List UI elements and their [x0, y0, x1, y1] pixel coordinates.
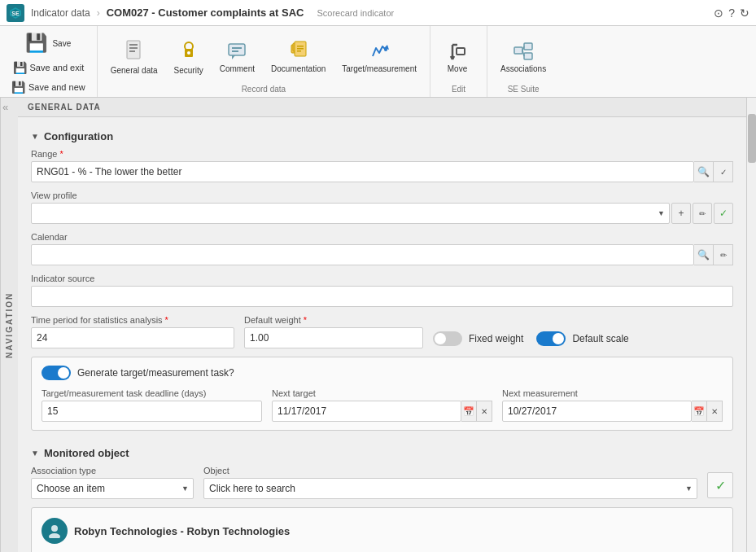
calendar-edit-btn[interactable]: ✏: [714, 244, 733, 265]
next-target-wrapper: 📅 ✕: [272, 401, 492, 422]
general-data-button[interactable]: General data: [104, 35, 164, 78]
save-exit-button[interactable]: 💾 Save and exit: [8, 59, 90, 77]
save-exit-icon: 💾: [13, 61, 27, 74]
title-bar: SE Indicator data › COM027 - Customer co…: [0, 0, 756, 26]
next-target-calendar-btn[interactable]: 📅: [461, 401, 477, 422]
content-scroll: ▼ Configuration Range * 🔍 ✓: [18, 117, 746, 552]
view-profile-add-btn[interactable]: +: [671, 203, 691, 224]
save-new-label: Save and new: [28, 82, 85, 92]
section-header: GENERAL DATA: [18, 98, 746, 117]
next-target-label: Next target: [272, 388, 492, 398]
range-search-btn[interactable]: 🔍: [694, 161, 714, 182]
svg-rect-17: [297, 46, 304, 47]
configuration-section: ▼ Configuration Range * 🔍 ✓: [31, 127, 733, 431]
object-avatar: [42, 518, 68, 544]
fixed-weight-toggle[interactable]: [433, 331, 462, 346]
monitored-arrow-icon: ▼: [31, 449, 39, 458]
generate-task-label: Generate target/measurement task?: [77, 367, 234, 379]
task-box-fields: Target/measurement task deadline (days) …: [42, 388, 723, 422]
associations-button[interactable]: Associations: [494, 37, 553, 77]
navigation-sidebar[interactable]: NAVIGATION: [0, 98, 18, 552]
comment-button[interactable]: Comment: [213, 37, 261, 77]
save-button[interactable]: 💾 Save: [20, 29, 76, 57]
task-deadline-field: Target/measurement task deadline (days): [42, 388, 262, 422]
record-data-group-label: Record data: [104, 83, 423, 94]
object-wrapper: Click here to search: [203, 478, 697, 499]
svg-rect-5: [129, 47, 138, 49]
next-measurement-clear-btn[interactable]: ✕: [707, 401, 723, 422]
calendar-search-btn[interactable]: 🔍: [694, 244, 714, 265]
indicator-source-field: Indicator source: [31, 274, 733, 307]
scrollbar-thumb[interactable]: [748, 114, 756, 163]
help-icon[interactable]: ?: [728, 7, 735, 20]
default-weight-input[interactable]: [244, 327, 423, 348]
association-type-field: Association type Choose an item: [31, 466, 194, 499]
generate-task-toggle[interactable]: [42, 366, 71, 380]
object-card-header: Robyn Technologies - Robyn Technologies: [42, 518, 723, 544]
scrollbar[interactable]: [746, 98, 756, 552]
svg-rect-29: [524, 53, 532, 59]
view-profile-select[interactable]: [31, 203, 670, 224]
default-scale-label: Default scale: [572, 333, 628, 344]
monitored-object-section: ▼ Monitored object Association type Choo…: [31, 444, 733, 552]
svg-rect-19: [297, 50, 301, 52]
svg-point-33: [49, 533, 60, 538]
svg-point-9: [187, 51, 190, 55]
object-search-row: Association type Choose an item Object C…: [31, 466, 733, 499]
configuration-title[interactable]: ▼ Configuration: [31, 127, 733, 149]
bookmark-icon[interactable]: ⊙: [714, 7, 723, 20]
view-profile-check-btn[interactable]: ✓: [714, 203, 733, 224]
edit-group-label: Edit: [437, 83, 480, 94]
security-icon: [177, 38, 200, 66]
calendar-input[interactable]: [31, 244, 694, 265]
target-measurement-button[interactable]: Target/measurement: [335, 37, 423, 77]
calendar-field: Calendar 🔍 ✏: [31, 232, 733, 265]
object-card: Robyn Technologies - Robyn Technologies …: [31, 507, 733, 552]
range-edit-btn[interactable]: ✓: [714, 161, 733, 182]
app-logo: SE: [7, 4, 24, 22]
next-target-clear-btn[interactable]: ✕: [477, 401, 492, 422]
object-field: Object Click here to search: [203, 466, 697, 499]
next-measurement-input[interactable]: [502, 401, 692, 422]
svg-text:SE: SE: [11, 11, 20, 16]
view-profile-edit-btn[interactable]: ✏: [693, 203, 712, 224]
task-box-header: Generate target/measurement task?: [42, 366, 723, 380]
stats-row: Time period for statistics analysis * De…: [31, 315, 733, 348]
range-label: Range *: [31, 149, 733, 159]
nav-label: NAVIGATION: [5, 291, 14, 357]
save-new-button[interactable]: 💾 Save and new: [7, 78, 90, 96]
next-measurement-wrapper: 📅 ✕: [502, 401, 723, 422]
time-period-input[interactable]: [31, 327, 234, 348]
next-measurement-label: Next measurement: [502, 388, 723, 398]
default-scale-toggle[interactable]: [536, 331, 566, 346]
monitored-object-title[interactable]: ▼ Monitored object: [31, 444, 733, 466]
object-select[interactable]: Click here to search: [203, 478, 697, 499]
association-type-select[interactable]: Choose an item: [31, 478, 194, 499]
next-target-field: Next target 📅 ✕: [272, 388, 492, 422]
record-data-group: General data Security: [98, 26, 430, 97]
refresh-icon[interactable]: ↻: [740, 7, 749, 20]
association-type-wrapper: Choose an item: [31, 478, 194, 499]
next-target-input[interactable]: [272, 401, 461, 422]
general-data-icon: [123, 38, 146, 66]
task-deadline-input[interactable]: [42, 401, 262, 422]
security-label: Security: [174, 66, 203, 75]
edit-group: Move Edit: [430, 26, 487, 97]
svg-rect-27: [514, 47, 522, 54]
move-button[interactable]: Move: [437, 37, 478, 77]
documentation-button[interactable]: Documentation: [264, 37, 332, 77]
indicator-source-input[interactable]: [31, 286, 733, 307]
time-period-label: Time period for statistics analysis *: [31, 315, 234, 325]
calendar-label: Calendar: [31, 232, 733, 242]
range-required: *: [59, 149, 63, 159]
object-confirm-btn[interactable]: ✓: [707, 472, 733, 498]
next-measurement-calendar-btn[interactable]: 📅: [692, 401, 707, 422]
comment-icon: [225, 40, 248, 64]
toolbar: 💾 Save 💾 Save and exit 💾 Save and new Re…: [0, 26, 756, 98]
range-input[interactable]: [31, 161, 694, 182]
security-button[interactable]: Security: [168, 35, 210, 78]
svg-rect-4: [129, 44, 138, 46]
save-exit-label: Save and exit: [30, 63, 85, 72]
nav-collapse-icon[interactable]: «: [2, 101, 8, 113]
target-measurement-icon: [368, 40, 391, 64]
